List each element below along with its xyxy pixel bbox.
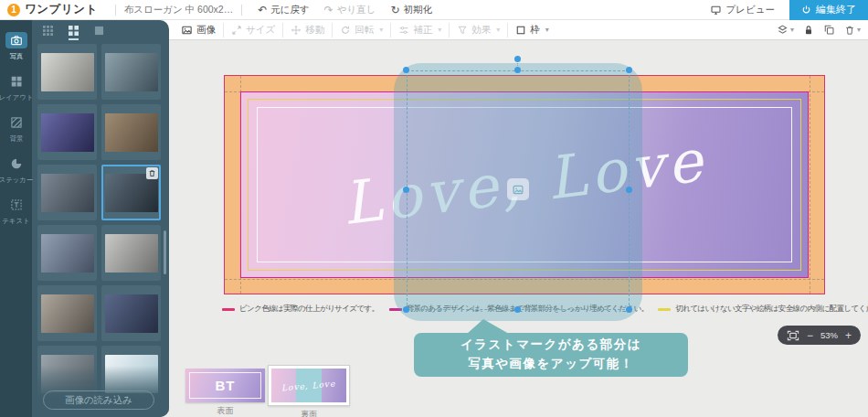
workspace: Love, Love ピンク色線は実際の仕上がりサイズです。 xyxy=(169,40,868,417)
redo-button[interactable]: ↷ やり直し xyxy=(324,4,376,16)
sticker-icon xyxy=(10,157,23,170)
photo-image xyxy=(41,53,94,91)
product-name: 布スローガン 中 600x2… xyxy=(124,4,233,16)
resize-handle-nw[interactable] xyxy=(403,67,409,73)
move-tool-button[interactable]: 移動 xyxy=(283,23,333,37)
text-icon xyxy=(10,198,23,211)
app-window: 1 ワンプリント 布スローガン 中 600x2… ↶ 元に戻す ↷ やり直し ↻… xyxy=(0,0,868,417)
power-icon xyxy=(801,5,811,15)
photo-thumbnail[interactable] xyxy=(101,285,161,341)
photo-thumbnail[interactable] xyxy=(101,165,161,220)
grid-small-toggle[interactable] xyxy=(43,26,53,40)
photo-thumbnail[interactable] xyxy=(101,225,161,281)
square-icon xyxy=(94,26,104,36)
photo-image xyxy=(41,174,94,212)
delete-button[interactable]: ▾ xyxy=(844,25,861,36)
resize-handle-n[interactable] xyxy=(514,67,521,73)
divider xyxy=(241,5,242,16)
zoom-out-button[interactable]: − xyxy=(807,330,813,341)
divider xyxy=(115,5,116,16)
caret-down-icon: ▾ xyxy=(496,26,500,34)
zoom-in-button[interactable]: + xyxy=(845,330,852,341)
sidebar-item-photo[interactable]: 写真 xyxy=(0,26,32,67)
page-thumbnail-front[interactable]: BT xyxy=(185,369,265,402)
caret-down-icon: ▾ xyxy=(857,26,861,34)
page-label-back: 裏面 xyxy=(268,409,350,417)
page-thumbnail-back[interactable]: Love, Love xyxy=(268,365,350,406)
page-label-front: 表面 xyxy=(185,405,265,417)
photo-thumbnail[interactable] xyxy=(101,44,161,100)
lock-icon xyxy=(803,25,814,36)
layer-order-button[interactable]: ▾ xyxy=(777,24,794,36)
legend-item-safety-area: 切れてはいけない文字や絵柄は安全線の内側に配置してください。 xyxy=(658,304,868,315)
sidebar-item-layout[interactable]: レイアウト xyxy=(0,67,32,108)
undo-button[interactable]: ↶ 元に戻す xyxy=(258,4,310,16)
photo-image xyxy=(105,355,158,393)
sidebar-item-sticker[interactable]: ステッカー xyxy=(0,149,32,190)
back-design-text: Love, Love xyxy=(281,379,336,392)
sidebar-item-background[interactable]: 背景 xyxy=(0,108,32,149)
preview-button[interactable]: プレビュー xyxy=(710,4,775,16)
header-bar: 1 ワンプリント 布スローガン 中 600x2… ↶ 元に戻す ↷ やり直し ↻… xyxy=(0,0,868,20)
upload-hint-tooltip: イラストマークがある部分は 写真や画像をアップ可能！ xyxy=(414,333,688,377)
resize-icon xyxy=(231,25,242,36)
rotate-tool-button[interactable]: 回転 ▾ xyxy=(333,23,391,37)
photo-thumbnail[interactable] xyxy=(37,44,97,100)
photo-thumbnail[interactable] xyxy=(37,165,97,220)
photo-thumbnail[interactable] xyxy=(37,225,97,281)
size-tool-button[interactable]: サイズ xyxy=(224,23,283,37)
grid-medium-toggle[interactable] xyxy=(69,26,79,40)
photo-image xyxy=(41,294,94,333)
upload-image-badge[interactable] xyxy=(507,178,529,200)
caret-down-icon: ▾ xyxy=(790,26,794,34)
photo-image xyxy=(105,294,158,333)
frame-tool-button[interactable]: 枠 ▾ xyxy=(508,23,556,37)
grid-large-toggle[interactable] xyxy=(94,26,104,40)
photo-thumbnail[interactable] xyxy=(37,285,97,341)
funnel-icon xyxy=(457,25,468,36)
finish-editing-button[interactable]: 編集終了 xyxy=(789,0,868,20)
reset-button[interactable]: ↻ 初期化 xyxy=(391,4,433,16)
resize-handle-s[interactable] xyxy=(514,306,521,313)
lock-button[interactable] xyxy=(803,25,814,36)
tooltip-tail xyxy=(467,319,509,334)
zoom-control: − 53% + xyxy=(778,326,861,345)
brand: 1 ワンプリント xyxy=(0,2,107,17)
caret-down-icon: ▾ xyxy=(545,26,549,34)
sidebar-item-text[interactable]: テキスト xyxy=(0,190,32,231)
caret-down-icon: ▾ xyxy=(379,26,383,34)
photo-thumbnail[interactable] xyxy=(37,104,97,160)
image-tool-button[interactable]: 画像 xyxy=(174,23,224,37)
move-icon xyxy=(291,25,302,36)
photo-thumbnail[interactable] xyxy=(101,104,161,160)
trash-icon xyxy=(844,25,855,36)
resize-handle-e[interactable] xyxy=(626,187,632,193)
brand-name: ワンプリント xyxy=(25,2,98,17)
resize-handle-se[interactable] xyxy=(626,306,632,313)
resize-handle-ne[interactable] xyxy=(626,67,632,73)
load-images-button[interactable]: 画像の読み込み xyxy=(43,390,154,410)
background-icon xyxy=(10,116,23,129)
duplicate-button[interactable] xyxy=(823,24,835,36)
panel-scrollbar[interactable] xyxy=(164,230,166,274)
effect-tool-button[interactable]: 効果 ▾ xyxy=(450,23,508,37)
caret-down-icon: ▾ xyxy=(438,26,441,34)
object-actions: ▾ ▾ xyxy=(777,24,868,36)
rotation-handle[interactable] xyxy=(514,56,521,62)
camera-icon xyxy=(10,35,23,46)
legend-item-finish-size: ピンク色線は実際の仕上がりサイズです。 xyxy=(222,304,379,315)
fit-screen-icon[interactable] xyxy=(787,330,799,341)
resize-handle-sw[interactable] xyxy=(403,306,409,313)
correction-tool-button[interactable]: 補正 ▾ xyxy=(391,23,450,37)
photo-image xyxy=(105,53,158,91)
undo-icon: ↶ xyxy=(258,5,267,16)
grid-3x3-icon xyxy=(43,26,53,36)
yellow-line-swatch xyxy=(658,308,671,311)
view-toggles xyxy=(32,20,169,42)
redo-icon: ↷ xyxy=(324,5,333,16)
resize-handle-w[interactable] xyxy=(403,187,409,193)
design-canvas[interactable]: Love, Love xyxy=(224,75,825,294)
trim-guide xyxy=(810,76,810,294)
delete-photo-icon[interactable] xyxy=(146,167,158,179)
pink-line-swatch xyxy=(222,308,235,311)
